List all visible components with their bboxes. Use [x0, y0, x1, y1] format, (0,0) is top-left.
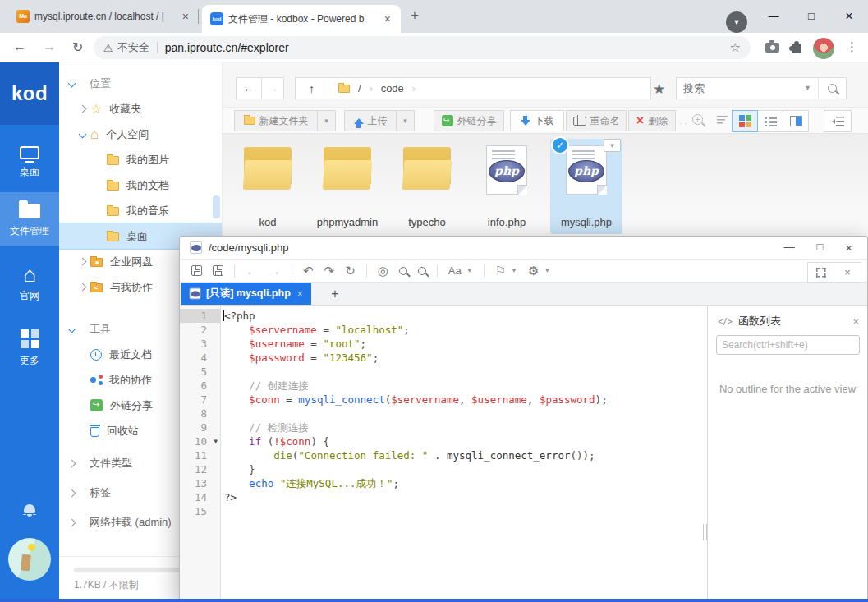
theme-flag-icon[interactable]: ⚐ [495, 264, 506, 278]
browser-menu-icon[interactable]: ⋮ [846, 39, 858, 54]
kod-logo[interactable]: kod [0, 62, 59, 125]
zoom-icon[interactable]: + [692, 114, 703, 125]
download-button[interactable]: 下载 [510, 110, 564, 131]
more-actions-icon[interactable]: ·· [679, 117, 689, 129]
chevron-right-icon[interactable] [68, 518, 76, 526]
theme-caret-icon[interactable]: ▼ [511, 267, 517, 274]
tab-close-icon[interactable]: × [297, 288, 303, 300]
url-text[interactable]: pan.iproute.cn/#explorer [165, 41, 730, 54]
notifications-bell-icon[interactable] [24, 504, 35, 513]
selected-check-icon[interactable]: ✓ [551, 136, 569, 154]
replace-icon[interactable] [418, 267, 426, 275]
panel-toggle-button[interactable] [824, 110, 852, 132]
line-number[interactable]: 4 [180, 351, 220, 365]
browser-profile-avatar[interactable] [813, 38, 834, 59]
file-item[interactable]: phpinfo.php [471, 139, 543, 234]
view-list-button[interactable] [757, 110, 783, 132]
outline-search-input[interactable] [716, 335, 860, 355]
line-number[interactable]: 14 [180, 490, 220, 504]
chevron-right-icon[interactable] [68, 459, 76, 467]
user-avatar[interactable] [8, 538, 51, 581]
line-number[interactable]: 10▼ [180, 434, 220, 448]
sort-icon[interactable] [717, 116, 728, 124]
editor-panel-close-button[interactable]: × [834, 262, 861, 283]
outline-close-icon[interactable]: × [852, 315, 859, 328]
chevron-right-icon[interactable] [79, 105, 87, 113]
new-tab-button[interactable]: + [411, 7, 419, 24]
settings-caret-icon[interactable]: ▼ [544, 267, 550, 274]
history-forward-button[interactable]: → [261, 77, 284, 99]
sidebar-item-file-manager[interactable]: 文件管理 [0, 192, 59, 246]
nav-forward-icon[interactable]: → [269, 264, 281, 278]
line-number[interactable]: 9 [180, 420, 220, 434]
line-number[interactable]: 2 [180, 323, 220, 337]
line-number[interactable]: 11 [180, 448, 220, 462]
view-grid-button[interactable] [732, 110, 758, 132]
new-editor-tab-button[interactable]: + [321, 283, 349, 305]
line-number[interactable]: 5 [180, 365, 220, 379]
editor-maximize-button[interactable]: □ [816, 241, 823, 255]
line-number[interactable]: 1 [180, 309, 220, 323]
file-item[interactable]: phpmyadmin [311, 139, 383, 234]
font-settings-button[interactable]: Aa [448, 264, 462, 277]
line-number[interactable]: 3 [180, 337, 220, 351]
file-item[interactable]: ✓▼phpmysqli.php [550, 139, 622, 234]
save-all-icon[interactable] [213, 265, 223, 276]
tree-item[interactable]: ⌂个人空间 [59, 122, 222, 147]
security-warning-icon[interactable]: ⚠ [103, 42, 113, 54]
font-caret-icon[interactable]: ▼ [466, 267, 473, 274]
tree-item[interactable]: 我的音乐 [59, 198, 222, 223]
forward-button[interactable]: → [43, 39, 56, 54]
nav-back-icon[interactable]: ← [246, 264, 258, 278]
chevron-right-icon[interactable] [79, 258, 87, 266]
breadcrumb-folder[interactable]: code [381, 82, 404, 94]
reload-button[interactable]: ↻ [72, 39, 83, 55]
chevron-right-icon[interactable] [68, 489, 76, 497]
refresh-icon[interactable]: ↻ [345, 264, 356, 278]
history-back-button[interactable]: ← [236, 77, 262, 99]
upload-button[interactable]: 上传 [344, 110, 397, 131]
search-icon[interactable] [828, 84, 837, 93]
goto-line-icon[interactable]: ◎ [378, 264, 388, 278]
fold-caret-icon[interactable]: ▼ [214, 434, 218, 448]
upload-caret-icon[interactable]: ▼ [397, 110, 415, 131]
chevron-right-icon[interactable] [79, 283, 87, 292]
tab-close-icon[interactable]: × [181, 10, 191, 23]
new-folder-button[interactable]: 新建文件夹 [234, 110, 318, 131]
chevron-down-icon[interactable] [68, 325, 76, 333]
share-link-button[interactable]: 外链分享 [434, 110, 504, 131]
undo-icon[interactable]: ↶ [303, 264, 314, 278]
search-icon[interactable] [399, 267, 407, 275]
address-bar[interactable]: ⚠ 不安全 pan.iproute.cn/#explorer ☆ [94, 36, 751, 59]
new-folder-caret-icon[interactable]: ▼ [318, 110, 336, 131]
editor-tab-active[interactable]: [只读] mysqli.php × [181, 283, 311, 305]
file-item[interactable]: typecho [391, 139, 463, 234]
browser-tab-phpmyadmin[interactable]: Ma mysql.iproute.cn / localhost / | × [8, 0, 199, 33]
search-options-caret-icon[interactable]: ▼ [797, 78, 819, 99]
browser-tab-kodbox[interactable]: kod 文件管理 - kodbox - Powered b × [202, 5, 401, 33]
delete-button[interactable]: × 删除 [628, 110, 676, 131]
search-input[interactable] [677, 82, 797, 94]
tree-item[interactable]: ☆收藏夹 [59, 96, 222, 122]
tree-item[interactable]: 我的文档 [59, 172, 222, 198]
bookmark-star-icon[interactable]: ☆ [730, 40, 741, 55]
maximize-button[interactable]: □ [792, 0, 830, 33]
line-number[interactable]: 7 [180, 393, 220, 407]
save-icon[interactable] [191, 265, 202, 276]
favorite-star-icon[interactable]: ★ [653, 80, 665, 98]
editor-minimize-button[interactable]: — [783, 241, 794, 255]
tree-scrollbar-thumb[interactable] [213, 195, 220, 218]
editor-close-button[interactable]: × [845, 241, 852, 255]
back-button[interactable]: ← [13, 39, 26, 54]
sidebar-item-website[interactable]: ⌂ 官网 [0, 258, 59, 310]
chevron-down-icon[interactable] [79, 131, 87, 139]
line-number[interactable]: 8 [180, 407, 220, 420]
line-number[interactable]: 15 [180, 504, 220, 518]
extensions-puzzle-icon[interactable] [792, 44, 801, 53]
rename-button[interactable]: 重命名 [566, 110, 627, 131]
editor-titlebar[interactable]: /code/mysqli.php — □ × [180, 237, 867, 260]
gear-icon[interactable]: ⚙ [528, 264, 539, 278]
minimize-button[interactable]: — [755, 0, 792, 33]
panel-resize-handle[interactable] [703, 524, 707, 540]
fullscreen-button[interactable] [807, 262, 834, 283]
